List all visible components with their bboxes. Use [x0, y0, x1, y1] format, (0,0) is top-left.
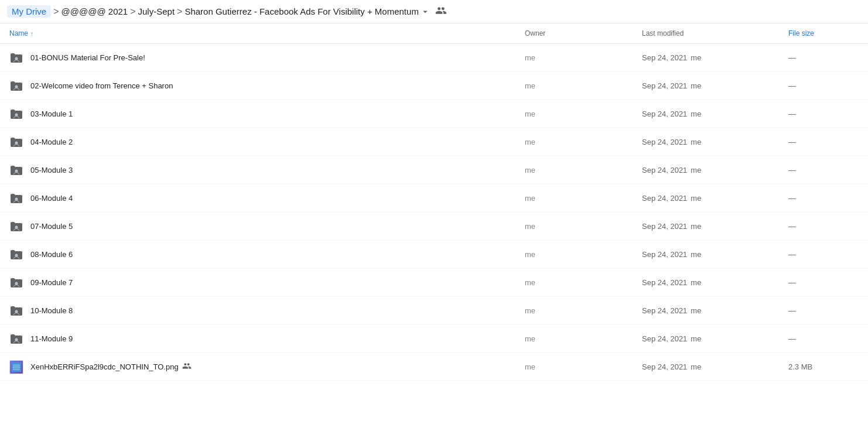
svg-point-7 [15, 254, 18, 256]
row-owner: me [525, 306, 642, 315]
row-size: — [788, 166, 859, 174]
shared-folder-icon [9, 276, 23, 290]
table-header: Name ↑ Owner Last modified File size [0, 23, 868, 44]
row-owner: me [525, 222, 642, 231]
row-name-cell: 05-Module 3 [9, 163, 525, 177]
row-owner: me [525, 166, 642, 174]
row-owner: me [525, 278, 642, 287]
shared-folder-icon [9, 220, 23, 234]
row-name: 08-Module 6 [30, 250, 73, 259]
breadcrumb-2021[interactable]: @@@@@ 2021 [61, 6, 128, 16]
row-name-cell: XenHxbERRiFSpa2l9cdc_NOTHIN_TO.png [9, 360, 525, 374]
svg-point-8 [15, 282, 18, 285]
row-name: XenHxbERRiFSpa2l9cdc_NOTHIN_TO.png [30, 361, 192, 372]
row-size: — [788, 250, 859, 259]
row-name: 07-Module 5 [30, 222, 73, 231]
shared-folder-icon [9, 191, 23, 206]
shared-people-icon[interactable] [435, 5, 447, 18]
breadcrumb-sep-1: > [53, 6, 59, 17]
table-row[interactable]: 04-Module 2 me Sep 24, 2021 me — [0, 128, 868, 156]
row-name-cell: 06-Module 4 [9, 191, 525, 206]
row-modified: Sep 24, 2021 me [642, 194, 788, 203]
row-name: 05-Module 3 [30, 166, 73, 174]
svg-point-4 [15, 169, 18, 172]
row-name: 09-Module 7 [30, 278, 73, 287]
row-owner: me [525, 53, 642, 62]
row-size: — [788, 278, 859, 287]
row-modified: Sep 24, 2021 me [642, 362, 788, 371]
row-modified: Sep 24, 2021 me [642, 222, 788, 231]
row-size: — [788, 109, 859, 118]
table-row[interactable]: XenHxbERRiFSpa2l9cdc_NOTHIN_TO.png me Se… [0, 353, 868, 381]
breadcrumb-current-folder[interactable]: Sharon Gutierrez - Facebook Ads For Visi… [184, 6, 418, 16]
row-owner: me [525, 81, 642, 90]
rows-container: 01-BONUS Material For Pre-Sale! me Sep 2… [0, 44, 868, 381]
col-modified-header[interactable]: Last modified [642, 29, 788, 37]
breadcrumb: My Drive > @@@@@ 2021 > July-Sept > Shar… [0, 0, 868, 23]
row-size: 2.3 MB [788, 362, 859, 371]
shared-folder-icon [9, 51, 23, 65]
row-name: 01-BONUS Material For Pre-Sale! [30, 53, 145, 62]
table-row[interactable]: 09-Module 7 me Sep 24, 2021 me — [0, 269, 868, 297]
row-name-cell: 08-Module 6 [9, 248, 525, 262]
row-size: — [788, 138, 859, 146]
row-name: 10-Module 8 [30, 306, 73, 315]
row-size: — [788, 306, 859, 315]
svg-rect-13 [13, 369, 20, 370]
row-modified: Sep 24, 2021 me [642, 166, 788, 174]
table-row[interactable]: 01-BONUS Material For Pre-Sale! me Sep 2… [0, 44, 868, 72]
file-thumbnail-icon [9, 360, 23, 374]
table-row[interactable]: 02-Welcome video from Terence + Sharon m… [0, 72, 868, 100]
col-name-header[interactable]: Name ↑ [9, 29, 525, 37]
row-size: — [788, 222, 859, 231]
file-list: Name ↑ Owner Last modified File size 01 [0, 23, 868, 381]
row-modified: Sep 24, 2021 me [642, 109, 788, 118]
col-size-header[interactable]: File size [788, 29, 859, 37]
breadcrumb-my-drive[interactable]: My Drive [7, 5, 51, 18]
table-row[interactable]: 07-Module 5 me Sep 24, 2021 me — [0, 213, 868, 241]
row-modified: Sep 24, 2021 me [642, 278, 788, 287]
table-row[interactable]: 08-Module 6 me Sep 24, 2021 me — [0, 241, 868, 269]
table-row[interactable]: 06-Module 4 me Sep 24, 2021 me — [0, 184, 868, 213]
svg-point-6 [15, 225, 18, 228]
table-row[interactable]: 10-Module 8 me Sep 24, 2021 me — [0, 297, 868, 325]
row-owner: me [525, 109, 642, 118]
shared-folder-icon [9, 135, 23, 149]
svg-point-9 [15, 310, 18, 313]
svg-point-1 [15, 85, 18, 88]
row-owner: me [525, 250, 642, 259]
col-owner-header[interactable]: Owner [525, 29, 642, 37]
row-modified: Sep 24, 2021 me [642, 306, 788, 315]
svg-point-3 [15, 141, 18, 144]
row-size: — [788, 334, 859, 343]
row-name-cell: 09-Module 7 [9, 276, 525, 290]
row-name-cell: 04-Module 2 [9, 135, 525, 149]
row-modified: Sep 24, 2021 me [642, 250, 788, 259]
shared-folder-icon [9, 163, 23, 177]
row-owner: me [525, 194, 642, 203]
row-owner: me [525, 334, 642, 343]
shared-icon [182, 361, 192, 372]
folder-dropdown-icon[interactable] [420, 6, 430, 17]
row-size: — [788, 194, 859, 203]
svg-point-0 [15, 57, 18, 60]
row-name-cell: 03-Module 1 [9, 107, 525, 121]
row-name: 11-Module 9 [30, 334, 73, 343]
shared-folder-icon [9, 248, 23, 262]
row-name-cell: 10-Module 8 [9, 304, 525, 318]
row-modified: Sep 24, 2021 me [642, 334, 788, 343]
breadcrumb-july-sept[interactable]: July-Sept [138, 6, 175, 16]
svg-point-10 [15, 338, 18, 341]
svg-point-5 [15, 197, 18, 200]
table-row[interactable]: 03-Module 1 me Sep 24, 2021 me — [0, 100, 868, 128]
svg-rect-12 [13, 364, 20, 369]
row-modified: Sep 24, 2021 me [642, 138, 788, 146]
table-row[interactable]: 05-Module 3 me Sep 24, 2021 me — [0, 156, 868, 184]
row-name: 06-Module 4 [30, 194, 73, 203]
row-size: — [788, 81, 859, 90]
table-row[interactable]: 11-Module 9 me Sep 24, 2021 me — [0, 325, 868, 353]
row-name-cell: 02-Welcome video from Terence + Sharon [9, 79, 525, 93]
breadcrumb-sep-3: > [177, 6, 182, 17]
row-owner: me [525, 138, 642, 146]
row-name: 03-Module 1 [30, 109, 73, 118]
